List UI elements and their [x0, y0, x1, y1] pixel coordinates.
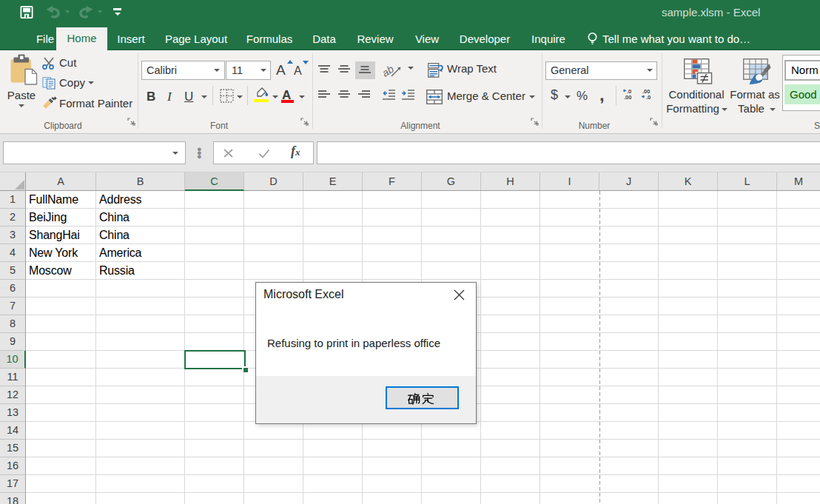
svg-text:.0: .0 [646, 94, 651, 100]
svg-text:.00: .00 [624, 94, 631, 100]
svg-text:ab: ab [382, 63, 396, 79]
